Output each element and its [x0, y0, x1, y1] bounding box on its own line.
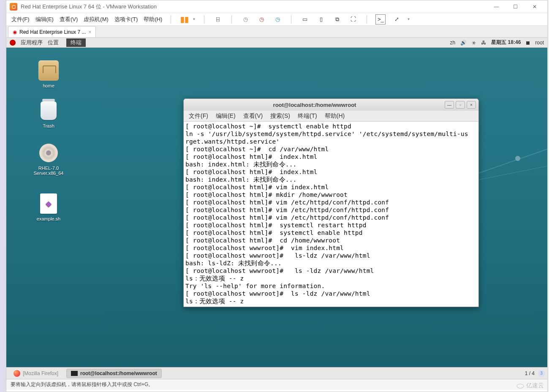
svg-point-3	[517, 384, 524, 388]
watermark-text: 亿速云	[526, 382, 544, 389]
term-menu-help[interactable]: 帮助(H)	[325, 112, 345, 120]
places-menu[interactable]: 位置	[48, 39, 59, 46]
view-single-icon[interactable]: ▭	[300, 14, 310, 24]
taskbar-firefox[interactable]: [Mozilla Firefox]	[9, 368, 63, 378]
terminal-close-button[interactable]: ×	[467, 101, 476, 109]
menu-edit[interactable]: 编辑(E)	[35, 16, 54, 23]
fullscreen-icon[interactable]: ⤢	[391, 14, 402, 24]
icon-label: example.sh	[27, 216, 70, 221]
trash-icon	[38, 101, 59, 121]
menu-tabs[interactable]: 选项卡(T)	[114, 16, 138, 23]
taskbar-terminal-label: root@localhost:/home/wwwroot	[80, 370, 157, 376]
script-file-icon: ◆	[38, 193, 59, 214]
clock[interactable]: 星期五 18:46	[491, 39, 521, 46]
terminal-indicator[interactable]: 终端	[66, 38, 86, 47]
minimize-button[interactable]: —	[487, 1, 506, 13]
term-menu-search[interactable]: 搜索(S)	[270, 112, 290, 120]
close-button[interactable]: ✕	[525, 1, 544, 13]
redhat-menu-icon[interactable]	[10, 40, 16, 46]
chevron-down-icon[interactable]: ▼	[192, 17, 196, 21]
term-menu-edit[interactable]: 编辑(E)	[216, 112, 236, 120]
close-icon[interactable]: ×	[88, 29, 91, 35]
cloud-icon	[516, 383, 525, 389]
terminal-minimize-button[interactable]: —	[445, 101, 454, 109]
terminal-task-icon	[71, 371, 78, 376]
vm-tab-label: Red Hat Enterprise Linux 7 ...	[19, 29, 86, 35]
gnome-topbar: 应用程序 位置 终端 zh 🔊 ⚹ 🖧 星期五 18:46 ◼ root	[6, 38, 547, 48]
vmware-window-title: Red Hat Enterprise Linux 7 64 位 - VMware…	[21, 3, 487, 11]
pause-icon[interactable]: ▮▮	[179, 14, 190, 24]
snapshot-revert-icon[interactable]: ◷	[256, 14, 266, 24]
input-lang[interactable]: zh	[450, 40, 456, 46]
vmware-tabbar: ◉ Red Hat Enterprise Linux 7 ... ×	[6, 26, 547, 38]
statusbar-text: 要将输入定向到该虚拟机，请将鼠标指针移入其中或按 Ctrl+G。	[11, 381, 153, 388]
chevron-down-icon[interactable]: ▼	[407, 17, 410, 21]
console-icon[interactable]: >_	[375, 14, 386, 24]
menu-help[interactable]: 帮助(H)	[144, 16, 162, 23]
terminal-content[interactable]: [ root@localhost ~]# systemctl enable ht…	[184, 122, 478, 307]
firefox-icon	[14, 370, 20, 377]
network-icon[interactable]: 🖧	[481, 40, 486, 46]
terminal-window: root@localhost:/home/wwwroot — ▫ × 文件(F)…	[183, 98, 479, 307]
toolbar-separator	[291, 15, 291, 24]
guest-desktop-area: 应用程序 位置 终端 zh 🔊 ⚹ 🖧 星期五 18:46 ◼ root	[6, 38, 547, 379]
workspace-indicator[interactable]: 1 / 4	[525, 370, 535, 376]
menu-view[interactable]: 查看(V)	[60, 16, 78, 23]
svg-point-2	[515, 156, 520, 161]
icon-label: home	[27, 83, 70, 88]
terminal-titlebar[interactable]: root@localhost:/home/wwwroot — ▫ ×	[184, 99, 478, 111]
vmware-window: ▢ Red Hat Enterprise Linux 7 64 位 - VMwa…	[6, 0, 548, 392]
toolbar-separator	[367, 15, 367, 24]
snapshot-take-icon[interactable]: ◷	[240, 14, 250, 24]
terminal-label: 终端	[71, 39, 82, 46]
apps-menu[interactable]: 应用程序	[21, 39, 43, 46]
terminal-maximize-button[interactable]: ▫	[456, 101, 465, 109]
term-menu-file[interactable]: 文件(F)	[189, 112, 208, 120]
taskbar-terminal[interactable]: root@localhost:/home/wwwroot	[66, 369, 162, 378]
watermark: 亿速云	[516, 382, 544, 389]
disc-icon	[38, 143, 59, 163]
toolbar-separator	[171, 15, 171, 24]
unity-icon[interactable]: ⧉	[332, 14, 342, 24]
desktop-icon-trash[interactable]: Trash	[27, 101, 70, 128]
toolbar-separator	[231, 15, 232, 24]
folder-icon	[38, 60, 59, 81]
term-menu-terminal[interactable]: 终端(T)	[298, 112, 317, 120]
bluetooth-icon[interactable]: ⚹	[472, 40, 476, 46]
maximize-button[interactable]: ☐	[506, 1, 525, 13]
menu-file[interactable]: 文件(F)	[11, 16, 30, 23]
redhat-icon: ◉	[13, 29, 17, 35]
send-cad-icon[interactable]: ⌸	[213, 14, 223, 24]
desktop-icon-example[interactable]: ◆ example.sh	[27, 193, 70, 221]
power-icon[interactable]: ◼	[526, 40, 530, 46]
vmware-titlebar: ▢ Red Hat Enterprise Linux 7 64 位 - VMwa…	[6, 0, 547, 13]
toolbar-power-group: ▮▮ ▼	[179, 14, 196, 24]
vmware-menubar: 文件(F) 编辑(E) 查看(V) 虚拟机(M) 选项卡(T) 帮助(H) ▮▮…	[6, 13, 547, 26]
desktop-icon-home[interactable]: home	[27, 60, 70, 88]
desktop-background[interactable]: home Trash RHEL-7.0 Server.x86_64 ◆ exam…	[6, 48, 547, 367]
view-split-icon[interactable]: ▯	[316, 14, 326, 24]
icon-label: Trash	[27, 123, 70, 128]
vmware-logo-icon: ▢	[10, 3, 17, 11]
snapshot-manage-icon[interactable]: ◷	[272, 14, 283, 24]
icon-label: RHEL-7.0 Server.x86_64	[27, 166, 70, 176]
menu-vm[interactable]: 虚拟机(M)	[84, 16, 109, 23]
desktop-icon-disc[interactable]: RHEL-7.0 Server.x86_64	[27, 143, 70, 176]
taskbar-firefox-label: [Mozilla Firefox]	[23, 370, 58, 376]
vm-tab[interactable]: ◉ Red Hat Enterprise Linux 7 ... ×	[8, 26, 96, 37]
gnome-taskbar: [Mozilla Firefox] root@localhost:/home/w…	[6, 367, 547, 379]
tray-icon[interactable]: 3	[538, 370, 545, 377]
vmware-statusbar: 要将输入定向到该虚拟机，请将鼠标指针移入其中或按 Ctrl+G。	[6, 379, 547, 390]
fullscreen-stretch-icon[interactable]: ⛶	[348, 14, 358, 24]
terminal-title: root@localhost:/home/wwwroot	[186, 102, 443, 108]
terminal-menubar: 文件(F) 编辑(E) 查看(V) 搜索(S) 终端(T) 帮助(H)	[184, 111, 478, 122]
term-menu-view[interactable]: 查看(V)	[243, 112, 263, 120]
volume-icon[interactable]: 🔊	[460, 40, 467, 46]
toolbar-separator	[204, 15, 204, 24]
host-desktop-gutter	[0, 0, 6, 392]
user-label[interactable]: root	[535, 40, 544, 46]
